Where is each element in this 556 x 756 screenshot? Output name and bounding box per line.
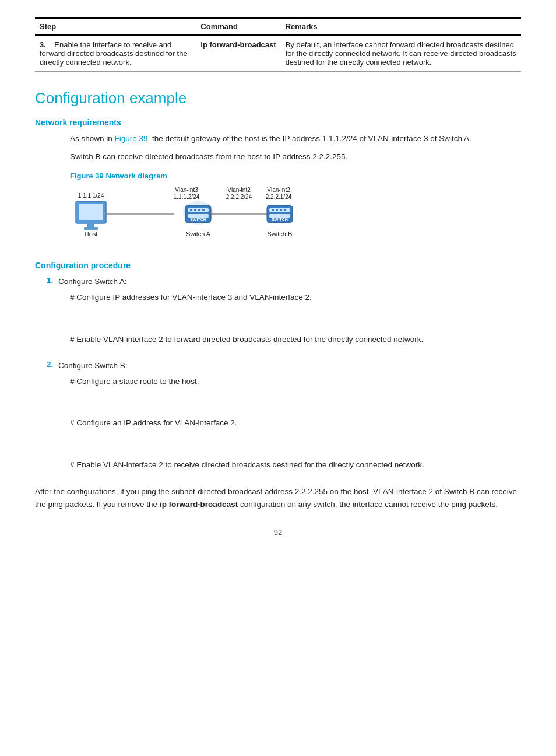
svg-rect-18 [280, 209, 282, 211]
command-cell: ip forward-broadcast [196, 35, 280, 72]
network-requirements-para1: As shown in Figure 39, the default gatew… [70, 133, 521, 145]
svg-rect-1 [79, 204, 103, 220]
remarks-cell: By default, an interface cannot forward … [281, 35, 521, 72]
footer-bold-cmd: ip forward-broadcast [160, 500, 238, 509]
step2-number: 2. [35, 360, 58, 372]
vlan-int3-label: Vlan-int3 [175, 187, 198, 193]
step1-item: 1. Configure Switch A: [35, 276, 521, 288]
config-table: Step Command Remarks 3. Enable the inter… [35, 18, 521, 72]
step2-item: 2. Configure Switch B: [35, 360, 521, 372]
vlan-int2b-label: Vlan-int2 [267, 187, 290, 193]
network-diagram: Host 1.1.1.1/24 Vlan-int3 1.1.1.2/24 SWI… [70, 185, 521, 249]
step-cell: 3. Enable the interface to receive and f… [35, 35, 196, 72]
page-number: 92 [35, 528, 521, 537]
code-space-4 [35, 433, 521, 459]
figure-link[interactable]: Figure 39 [115, 134, 148, 143]
network-requirements-heading: Network requirements [35, 118, 521, 127]
host-ip: 1.1.1.1/24 [78, 192, 104, 199]
svg-text:SWITCH: SWITCH [190, 218, 206, 222]
footer-text-after: configuration on any switch, the interfa… [238, 500, 498, 509]
network-requirements-para2: Switch B can receive directed broadcasts… [70, 151, 521, 163]
vlan-int2b-addr: 2.2.2.1/24 [266, 194, 292, 200]
svg-text:SWITCH: SWITCH [272, 218, 288, 222]
switch-b-icon: SWITCH [267, 205, 293, 223]
step1-text: Configure Switch A: [58, 276, 521, 288]
section-title: Configuration example [35, 89, 521, 107]
host-icon [76, 201, 106, 230]
svg-rect-19 [284, 209, 286, 211]
code-space-1 [35, 307, 521, 334]
step2-sub2: # Configure an IP address for VLAN-inter… [70, 417, 521, 429]
code-space-3 [35, 391, 521, 417]
footer-paragraph: After the configurations, if you ping th… [35, 485, 521, 510]
switch-b-label: Switch B [268, 230, 293, 237]
svg-rect-16 [272, 209, 274, 211]
code-space-5 [35, 475, 521, 485]
col-step: Step [35, 18, 196, 35]
svg-rect-9 [194, 209, 196, 211]
vlan-int2a-label: Vlan-int2 [227, 187, 251, 193]
switch-a-icon: SWITCH [183, 201, 213, 225]
vlan-int2a-addr: 2.2.2.2/24 [226, 194, 252, 200]
config-procedure-heading: Configuration procedure [35, 261, 521, 270]
svg-rect-8 [190, 209, 192, 211]
code-space-2 [35, 349, 521, 360]
step1-sub2: # Enable VLAN-interface 2 to forward dir… [70, 334, 521, 346]
switch-a-label: Switch A [186, 230, 211, 237]
step1-sub1: # Configure IP addresses for VLAN-interf… [70, 292, 521, 304]
step2-text: Configure Switch B: [58, 360, 521, 372]
svg-rect-17 [276, 209, 278, 211]
figure-title: Figure 39 Network diagram [70, 172, 521, 180]
table-row: 3. Enable the interface to receive and f… [35, 35, 521, 72]
step-description: Enable the interface to receive and forw… [40, 40, 188, 66]
step2-sub3: # Enable VLAN-interface 2 to receive dir… [70, 459, 521, 471]
col-remarks: Remarks [281, 18, 521, 35]
svg-rect-11 [202, 209, 205, 211]
col-command: Command [196, 18, 280, 35]
para1-suffix: , the default gateway of the host is the… [148, 134, 471, 143]
step-number: 3. [40, 40, 46, 49]
step2-sub1: # Configure a static route to the host. [70, 376, 521, 388]
step1-number: 1. [35, 276, 58, 288]
svg-rect-10 [198, 209, 200, 211]
svg-rect-2 [87, 223, 94, 228]
svg-rect-3 [84, 228, 98, 230]
vlan-int3-addr: 1.1.1.2/24 [174, 194, 200, 200]
host-label: Host [85, 230, 98, 237]
diagram-svg: Host 1.1.1.1/24 Vlan-int3 1.1.1.2/24 SWI… [70, 185, 361, 249]
para1-prefix: As shown in [70, 134, 115, 143]
